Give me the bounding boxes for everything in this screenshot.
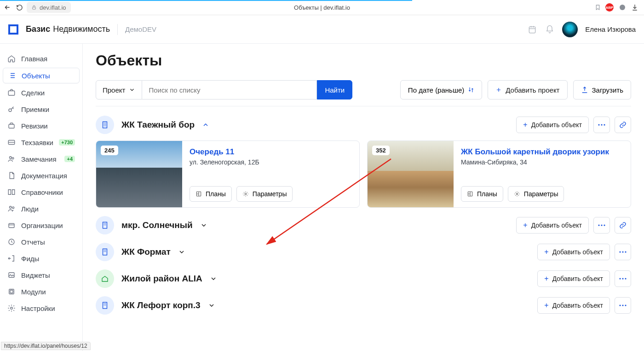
sidebar: Главная Объекты Сделки Приемки Ревизии Т… (0, 44, 83, 351)
browser-chrome: dev.iflat.io Объекты | dev.iflat.io ABP (0, 0, 644, 15)
gear-icon (7, 304, 16, 312)
avatar[interactable] (562, 22, 578, 37)
svg-rect-0 (33, 7, 36, 10)
sidebar-item-objects[interactable]: Объекты (3, 68, 80, 83)
svg-point-22 (245, 193, 247, 195)
group-header[interactable]: Жилой район ALIA +Добавить объект (96, 269, 631, 288)
svg-point-33 (625, 251, 626, 252)
sidebar-item-remarks[interactable]: Замечания+4 (3, 152, 80, 166)
group-title: мкр. Солнечный (121, 220, 193, 230)
upload-button[interactable]: Загрузить (573, 80, 632, 99)
svg-point-39 (622, 304, 623, 306)
add-object-button[interactable]: +Добавить объект (516, 117, 589, 133)
card-address: Мамина-Сибиряка, 34 (461, 158, 623, 166)
group-header[interactable]: ЖК Формат +Добавить объект (96, 243, 631, 261)
chevron-down-icon (210, 275, 217, 282)
link-button[interactable] (615, 117, 631, 133)
back-icon[interactable] (3, 3, 12, 12)
address-bar[interactable]: dev.iflat.io (27, 2, 71, 13)
sidebar-item-techrequests[interactable]: Техзаявки+730 (3, 135, 80, 150)
sidebar-item-acceptance[interactable]: Приемки (3, 102, 80, 117)
sidebar-item-references[interactable]: Справочники (3, 185, 80, 199)
add-project-button[interactable]: Добавить проект (488, 80, 567, 99)
calendar-icon[interactable] (527, 24, 537, 35)
svg-point-16 (11, 307, 13, 310)
user-name[interactable]: Елена Изюрова (585, 25, 636, 33)
add-object-button[interactable]: +Добавить объект (537, 244, 610, 260)
abp-badge[interactable]: ABP (605, 3, 614, 12)
chevron-down-icon (208, 302, 215, 309)
sidebar-item-settings[interactable]: Настройки (3, 301, 80, 316)
building-icon (96, 296, 114, 315)
search-input[interactable] (142, 80, 317, 99)
clock-icon (7, 238, 16, 246)
gear-icon (242, 191, 249, 197)
bell-icon[interactable] (545, 24, 555, 35)
building-icon (96, 116, 114, 134)
sidebar-item-feeds[interactable]: Фиды (3, 251, 80, 266)
tenant-label: ДемоDEV (125, 25, 156, 33)
bookmark-icon[interactable] (595, 4, 601, 11)
sidebar-item-deals[interactable]: Сделки (3, 85, 80, 100)
card-title[interactable]: ЖК Большой каретный дворик узорик (461, 147, 623, 157)
svg-point-29 (604, 224, 605, 226)
sidebar-item-widgets[interactable]: Виджеты (3, 268, 80, 282)
svg-point-4 (9, 109, 12, 111)
svg-rect-37 (103, 302, 107, 309)
more-button[interactable] (593, 217, 610, 234)
svg-rect-26 (103, 222, 107, 228)
project-filter[interactable]: Проект (96, 80, 142, 99)
find-button[interactable]: Найти (317, 80, 352, 99)
add-object-button[interactable]: +Добавить объект (516, 217, 589, 234)
content: Объекты Проект Найти По дате (раньше) До… (83, 44, 644, 351)
group-header[interactable]: ЖК Лефорт корп.3 +Добавить объект (96, 296, 631, 315)
params-button[interactable]: Параметры (236, 186, 293, 202)
svg-rect-15 (10, 290, 13, 293)
card-title[interactable]: Очередь 11 (190, 147, 352, 157)
key-icon (7, 105, 16, 113)
params-button[interactable]: Параметры (508, 186, 564, 202)
more-button[interactable] (615, 270, 631, 287)
planet-icon[interactable] (618, 3, 627, 12)
svg-point-34 (619, 278, 621, 279)
tab-title: Объекты | dev.iflat.io (294, 4, 350, 11)
add-object-button[interactable]: +Добавить объект (537, 297, 610, 314)
more-button[interactable] (593, 117, 610, 133)
sidebar-item-modules[interactable]: Модули (3, 284, 80, 299)
image-icon (7, 271, 16, 279)
building-icon (96, 243, 114, 261)
more-button[interactable] (615, 244, 631, 260)
svg-rect-13 (9, 273, 14, 278)
group-title: ЖК Формат (121, 247, 171, 257)
link-button[interactable] (615, 217, 631, 234)
reload-icon[interactable] (15, 3, 24, 12)
svg-point-31 (619, 251, 621, 252)
card-count: 352 (372, 146, 390, 155)
sidebar-item-documentation[interactable]: Документация (3, 168, 80, 183)
object-card[interactable]: 352 ЖК Большой каретный дворик узорик Ма… (367, 140, 631, 208)
object-card[interactable]: 245 Очередь 11 ул. Зеленогорская, 12Б Пл… (96, 140, 360, 208)
plans-button[interactable]: Планы (190, 186, 232, 202)
sidebar-item-people[interactable]: Люди (3, 201, 80, 216)
sidebar-item-home[interactable]: Главная (3, 51, 80, 66)
more-button[interactable] (615, 297, 631, 314)
gear-icon (514, 191, 520, 197)
sidebar-item-reports[interactable]: Отчеты (3, 234, 80, 249)
card-thumbnail: 245 (96, 141, 182, 207)
sort-button[interactable]: По дате (раньше) (400, 80, 482, 99)
group-header[interactable]: ЖК Таежный бор +Добавить объект (96, 116, 631, 134)
add-object-button[interactable]: +Добавить объект (537, 270, 610, 287)
logo-text[interactable]: Базис Недвижимость (26, 24, 110, 34)
download-icon[interactable] (631, 4, 638, 11)
svg-point-27 (598, 224, 599, 226)
chevron-up-icon (202, 121, 209, 129)
people-icon (7, 205, 16, 213)
svg-point-19 (601, 124, 602, 125)
divider (117, 24, 118, 35)
sidebar-item-orgs[interactable]: Организации (3, 218, 80, 233)
briefcase-icon (7, 88, 16, 97)
svg-point-40 (625, 304, 626, 306)
plans-button[interactable]: Планы (461, 186, 503, 202)
group-header[interactable]: мкр. Солнечный +Добавить объект (96, 216, 631, 234)
sidebar-item-revisions[interactable]: Ревизии (3, 118, 80, 133)
